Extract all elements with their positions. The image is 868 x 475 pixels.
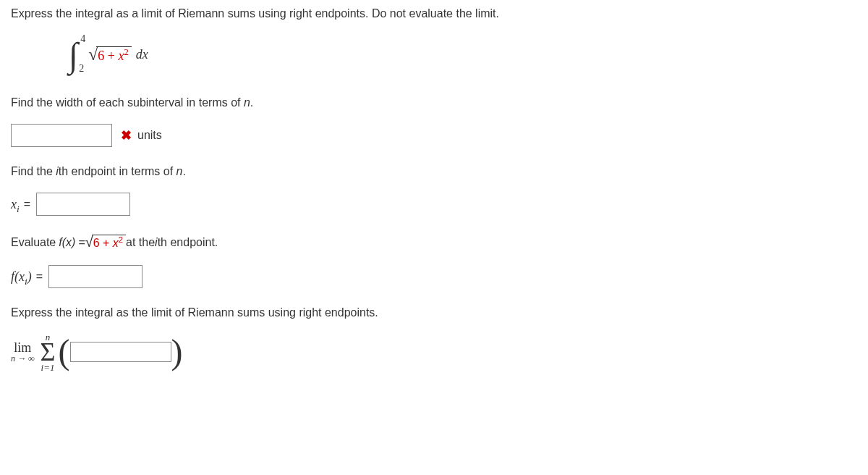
q1-var: n: [244, 96, 250, 109]
dx-label: dx: [136, 47, 148, 62]
incorrect-icon: ✖: [121, 127, 132, 143]
summand-input[interactable]: [70, 342, 171, 362]
q3-post-pre: at the: [126, 236, 155, 249]
left-paren: (: [59, 338, 70, 366]
summation-notation: n Σ i=1: [41, 332, 56, 372]
subinterval-width-question: Find the width of each subinterval in te…: [11, 96, 857, 147]
q3-eq: =: [78, 236, 85, 249]
limit-question: Express the integral as the limit of Rie…: [11, 306, 857, 372]
integral-upper-bound: 4: [80, 33, 85, 45]
integral-lower-bound: 2: [79, 63, 84, 75]
q3-radicand-pre: 6 +: [93, 237, 113, 249]
width-input[interactable]: [11, 124, 112, 147]
fxi-input[interactable]: [48, 265, 142, 288]
xi-label: xi: [11, 197, 20, 212]
equals-sign: =: [24, 198, 30, 211]
ith-endpoint-question: Find the ith endpoint in terms of n. xi …: [11, 165, 857, 216]
q4-prompt: Express the integral as the limit of Rie…: [11, 306, 857, 319]
xi-input[interactable]: [36, 193, 130, 216]
units-label: units: [137, 129, 162, 142]
evaluate-fx-question: Evaluate f(x) = √ 6 + x2 at the ith endp…: [11, 234, 857, 288]
fxi-label: f(xi): [11, 269, 32, 285]
limit-notation: lim n → ∞: [11, 341, 35, 363]
right-paren: ): [171, 338, 183, 366]
integrand-constant: 6 +: [98, 49, 118, 63]
q2-var: n: [176, 165, 183, 177]
question-title: Express the integral as a limit of Riema…: [11, 7, 857, 20]
q1-prompt: Find the width of each subinterval in te…: [11, 96, 244, 109]
equals-sign-2: =: [36, 270, 43, 283]
q2-prompt-pre: Find the: [11, 165, 56, 177]
integral-expression: ∫ 4 2 √ 6 + x2 dx: [69, 35, 857, 75]
q3-prompt-pre: Evaluate: [11, 236, 56, 249]
q2-prompt-mid: th endpoint in terms of: [59, 165, 176, 177]
q3-post: th endpoint.: [158, 236, 218, 249]
q3-radicand-var: x: [113, 237, 119, 249]
q3-fx: f(x): [59, 236, 75, 249]
